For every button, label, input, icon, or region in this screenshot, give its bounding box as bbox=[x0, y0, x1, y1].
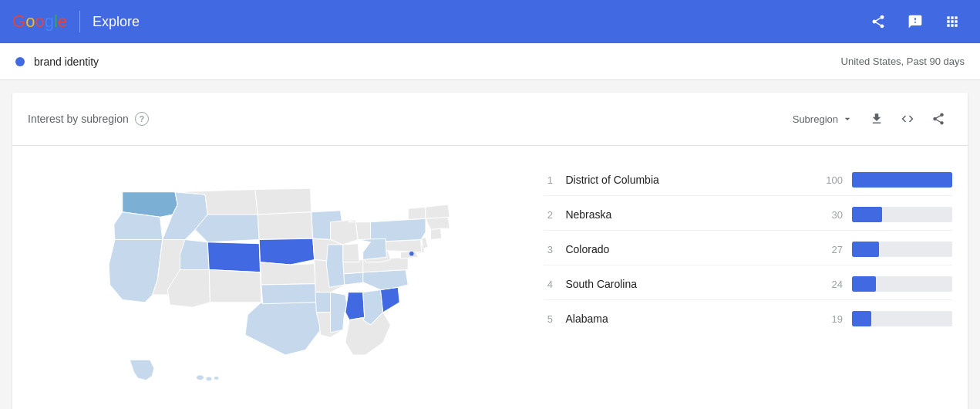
state-sc bbox=[380, 287, 399, 313]
ranking-row-5: 5 Alabama 19 bbox=[544, 303, 952, 334]
rank-number-1: 1 bbox=[544, 174, 556, 186]
help-icon-button[interactable]: ? bbox=[135, 112, 149, 126]
help-symbol: ? bbox=[139, 114, 144, 123]
search-term: brand identity bbox=[34, 56, 99, 68]
rank-number-5: 5 bbox=[544, 313, 556, 325]
state-oh bbox=[358, 238, 386, 259]
rank-name-1: District of Columbia bbox=[565, 174, 809, 186]
rank-name-4: South Carolina bbox=[565, 278, 809, 290]
state-nd bbox=[255, 188, 312, 215]
card-controls: Subregion bbox=[786, 105, 952, 133]
rank-score-5: 19 bbox=[818, 313, 843, 325]
search-bar: brand identity United States, Past 90 da… bbox=[0, 43, 980, 80]
ranking-row-4: 4 South Carolina 24 bbox=[544, 269, 952, 300]
bar-fill-4 bbox=[852, 276, 876, 292]
state-al bbox=[345, 292, 365, 320]
subregion-dropdown[interactable]: Subregion bbox=[786, 108, 860, 130]
state-me bbox=[426, 204, 450, 218]
bar-fill-1 bbox=[852, 172, 952, 188]
card-share-button[interactable] bbox=[924, 105, 952, 133]
bar-container-3 bbox=[852, 242, 952, 257]
interest-by-subregion-card: Interest by subregion ? Subregion bbox=[12, 93, 968, 409]
rank-number-2: 2 bbox=[544, 209, 556, 221]
bar-container-5 bbox=[852, 311, 952, 326]
apps-icon bbox=[945, 14, 960, 29]
card-share-icon bbox=[931, 112, 945, 126]
main-content: Interest by subregion ? Subregion bbox=[0, 80, 980, 409]
app-header: Google Explore bbox=[0, 0, 980, 43]
download-icon bbox=[870, 112, 884, 126]
state-ok bbox=[261, 284, 317, 304]
bar-container-1 bbox=[852, 172, 952, 188]
rank-score-1: 100 bbox=[818, 174, 843, 186]
rank-number-4: 4 bbox=[544, 279, 556, 290]
state-vt-nh bbox=[408, 207, 426, 219]
state-hi-group bbox=[196, 375, 218, 380]
card-title-area: Interest by subregion ? bbox=[28, 112, 149, 126]
bar-container-4 bbox=[852, 276, 952, 292]
share-icon bbox=[871, 14, 886, 29]
svg-point-1 bbox=[206, 377, 212, 380]
google-text: Google bbox=[12, 12, 67, 32]
bar-container-2 bbox=[852, 207, 952, 222]
search-dot bbox=[15, 57, 25, 66]
embed-icon bbox=[901, 112, 914, 126]
map-section bbox=[12, 158, 537, 409]
state-wi bbox=[330, 220, 358, 245]
us-map bbox=[75, 164, 476, 409]
google-logo: Google bbox=[12, 12, 67, 32]
chevron-down-icon bbox=[841, 113, 854, 125]
state-ut bbox=[180, 240, 209, 270]
rank-name-2: Nebraska bbox=[565, 208, 809, 221]
rankings-section: 1 District of Columbia 100 2 Nebraska 30 bbox=[537, 158, 968, 409]
rank-score-4: 24 bbox=[818, 279, 843, 290]
rank-score-3: 27 bbox=[818, 244, 843, 255]
app-title: Explore bbox=[93, 14, 140, 30]
rank-name-5: Alabama bbox=[565, 313, 809, 325]
header-divider bbox=[79, 11, 80, 32]
state-ne bbox=[259, 238, 315, 265]
dropdown-label: Subregion bbox=[793, 113, 838, 125]
bar-fill-3 bbox=[852, 242, 879, 257]
logo-area: Google Explore bbox=[12, 11, 140, 32]
state-sd bbox=[258, 212, 313, 240]
bar-fill-2 bbox=[852, 207, 882, 222]
svg-point-2 bbox=[214, 377, 219, 380]
card-header: Interest by subregion ? Subregion bbox=[12, 93, 968, 146]
ranking-row-2: 2 Nebraska 30 bbox=[544, 199, 952, 231]
download-button[interactable] bbox=[863, 105, 891, 133]
feedback-icon bbox=[908, 14, 923, 29]
ranking-row-3: 3 Colorado 27 bbox=[544, 234, 952, 265]
state-ct bbox=[430, 228, 441, 239]
share-button[interactable] bbox=[863, 6, 894, 37]
state-or bbox=[113, 212, 162, 240]
state-wy bbox=[195, 215, 259, 242]
bar-fill-5 bbox=[852, 311, 871, 326]
state-nc bbox=[362, 270, 408, 290]
rank-number-3: 3 bbox=[544, 244, 556, 255]
state-tx bbox=[245, 303, 321, 355]
state-co bbox=[207, 242, 260, 272]
state-ks bbox=[260, 262, 315, 285]
state-in bbox=[342, 244, 359, 262]
apps-button[interactable] bbox=[937, 6, 968, 37]
ranking-row-1: 1 District of Columbia 100 bbox=[544, 164, 952, 196]
card-body: 1 District of Columbia 100 2 Nebraska 30 bbox=[12, 146, 968, 409]
search-location: United States, Past 90 days bbox=[841, 56, 965, 67]
state-nm bbox=[209, 270, 261, 303]
state-dc bbox=[409, 251, 414, 256]
state-ak-group bbox=[130, 360, 153, 380]
state-nj bbox=[422, 237, 428, 248]
rank-score-2: 30 bbox=[818, 209, 843, 221]
rank-name-3: Colorado bbox=[565, 243, 809, 255]
svg-point-0 bbox=[196, 375, 204, 380]
state-il bbox=[326, 245, 344, 287]
card-title-text: Interest by subregion bbox=[28, 113, 129, 125]
header-icons bbox=[863, 6, 968, 37]
embed-button[interactable] bbox=[894, 105, 921, 133]
feedback-button[interactable] bbox=[900, 6, 931, 37]
